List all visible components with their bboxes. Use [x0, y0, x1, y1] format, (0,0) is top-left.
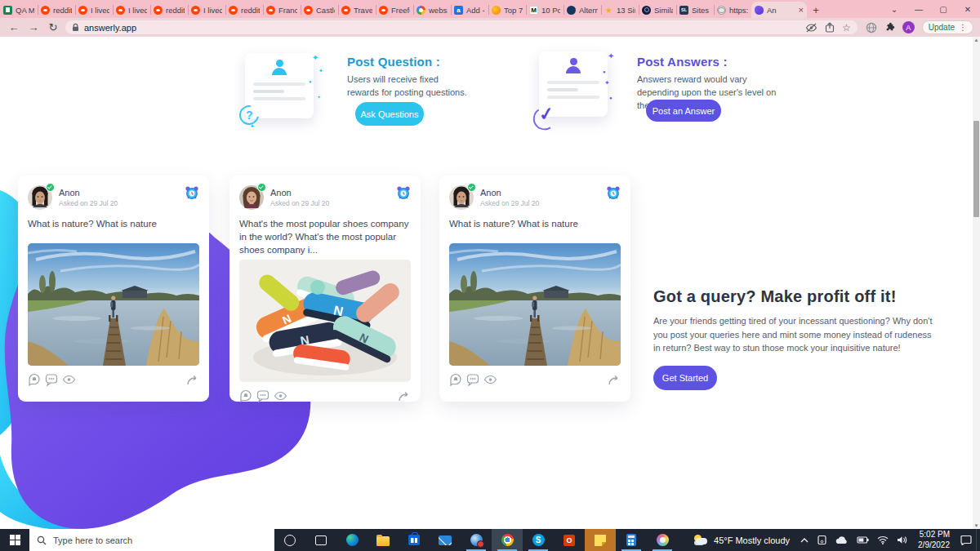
scrollbar-thumb[interactable]: [973, 121, 979, 217]
taskbar-cortana-button[interactable]: [274, 529, 305, 551]
taskbar-edge-button[interactable]: [336, 529, 368, 551]
share-arrow-icon[interactable]: [608, 374, 621, 385]
reddit-favicon-icon: [341, 6, 350, 15]
comment-icon[interactable]: [466, 373, 479, 386]
browser-tab[interactable]: reddit.: [150, 2, 188, 18]
get-started-button[interactable]: Get Started: [653, 366, 717, 390]
comment-icon[interactable]: [256, 389, 270, 402]
share-arrow-icon[interactable]: [186, 374, 199, 385]
taskbar-meet-now-button[interactable]: [461, 529, 492, 551]
page-scrollbar[interactable]: ▲ ▼: [973, 37, 980, 529]
user-avatar-illustration-icon: [565, 58, 581, 74]
taskbar-store-button[interactable]: [399, 529, 430, 551]
browser-tab[interactable]: reddit.: [225, 2, 263, 18]
show-desktop-button[interactable]: [976, 529, 980, 551]
reload-button[interactable]: ↻: [46, 21, 60, 33]
update-button[interactable]: Update⋮: [922, 20, 973, 34]
taskbar-weather-widget[interactable]: 45°F Mostly cloudy: [686, 535, 796, 546]
minimize-button[interactable]: —: [906, 0, 931, 18]
taskbar-file-explorer-button[interactable]: [368, 529, 399, 551]
bookmark-star-icon[interactable]: ☆: [842, 23, 851, 33]
browser-tab[interactable]: Alterna: [564, 2, 601, 18]
browser-tab[interactable]: Add -: [451, 2, 488, 18]
new-tab-button[interactable]: +: [807, 2, 825, 18]
tray-wifi-button[interactable]: [873, 535, 893, 544]
taskbar-chrome-button[interactable]: [492, 529, 523, 551]
browser-tab[interactable]: Travel: [338, 2, 376, 18]
browser-tab[interactable]: 10 Pop: [526, 2, 564, 18]
alarm-clock-icon[interactable]: [185, 185, 199, 200]
browser-tab[interactable]: Simila: [639, 2, 676, 18]
taskbar-paint3d-button[interactable]: [647, 529, 678, 551]
card-question[interactable]: What is nature? What is nature: [449, 217, 621, 240]
ask-questions-button[interactable]: Ask Questions: [355, 102, 424, 126]
browser-tab[interactable]: Castles: [301, 2, 338, 18]
tray-volume-button[interactable]: [893, 535, 911, 544]
forward-button[interactable]: →: [26, 21, 41, 33]
action-center-button[interactable]: [956, 535, 976, 545]
taskbar-skype-button[interactable]: S: [523, 529, 554, 551]
post-an-answer-button[interactable]: Post an Answer: [646, 100, 721, 122]
taskbar-clock[interactable]: 5:02 PM 2/9/2022: [911, 530, 956, 550]
tray-onedrive-button[interactable]: [831, 535, 853, 544]
start-button[interactable]: [0, 529, 29, 551]
answer-bubble-icon[interactable]: [28, 373, 41, 386]
eye-blocked-icon[interactable]: [805, 23, 817, 33]
tray-battery-button[interactable]: [853, 536, 873, 544]
share-icon[interactable]: [825, 22, 835, 33]
url-text[interactable]: answerly.app: [84, 23, 800, 33]
sneakers-pile-photo[interactable]: N N N N: [239, 260, 411, 382]
browser-tab[interactable]: QA Mo: [0, 2, 38, 18]
browser-tab[interactable]: France: [263, 2, 301, 18]
share-arrow-icon[interactable]: [398, 390, 411, 402]
question-card[interactable]: Anon Asked on 29 Jul 20 What is nature? …: [18, 176, 209, 402]
extensions-puzzle-icon[interactable]: [884, 22, 895, 33]
maximize-button[interactable]: ▢: [931, 0, 956, 18]
lake-dock-photo[interactable]: [28, 243, 199, 366]
globe-icon[interactable]: [866, 22, 877, 33]
browser-tab[interactable]: Sites L: [676, 2, 714, 18]
card-question[interactable]: What's the most popular shoes company in…: [239, 217, 411, 256]
browser-tab-active[interactable]: An×: [751, 2, 807, 18]
question-card[interactable]: Anon Asked on 29 Jul 20 What's the most …: [229, 176, 421, 402]
scroll-up-icon[interactable]: ▲: [973, 38, 980, 42]
taskbar-office-button[interactable]: O: [554, 529, 585, 551]
back-button[interactable]: ←: [7, 21, 21, 33]
browser-tab[interactable]: I lived: [113, 2, 150, 18]
tab-close-icon[interactable]: ×: [799, 6, 804, 15]
browser-tab[interactable]: Top 76: [488, 2, 526, 18]
lake-dock-photo[interactable]: [449, 243, 621, 366]
address-bar[interactable]: answerly.app ☆: [65, 20, 858, 34]
card-author: Anon: [59, 188, 118, 198]
views-eye-icon[interactable]: [483, 374, 497, 385]
taskbar-mail-button[interactable]: [430, 529, 461, 551]
browser-tab[interactable]: 13 Sim: [601, 2, 639, 18]
tab-search-chevron-icon[interactable]: ⌄: [882, 0, 906, 18]
taskbar-sticky-notes-button[interactable]: [585, 529, 616, 551]
answer-bubble-icon[interactable]: [449, 373, 462, 386]
browser-tab[interactable]: https:/: [714, 2, 751, 18]
tray-your-phone-button[interactable]: [813, 535, 831, 545]
menu-dots-icon[interactable]: ⋮: [959, 23, 967, 32]
browser-tab[interactable]: Freefo: [376, 2, 413, 18]
question-card[interactable]: Anon Asked on 29 Jul 20 What is nature? …: [439, 176, 630, 402]
tray-chevron-button[interactable]: [796, 537, 813, 544]
browser-tab[interactable]: I lived: [188, 2, 225, 18]
alarm-clock-icon[interactable]: [606, 185, 621, 200]
alarm-clock-icon[interactable]: [396, 185, 411, 200]
views-eye-icon[interactable]: [274, 390, 287, 402]
taskbar-search-input[interactable]: Type here to search: [29, 529, 274, 551]
profile-avatar[interactable]: A: [902, 21, 915, 33]
browser-tab[interactable]: I lived: [75, 2, 113, 18]
browser-tab[interactable]: reddit.: [38, 2, 75, 18]
scroll-down-icon[interactable]: ▼: [973, 523, 980, 528]
views-eye-icon[interactable]: [62, 374, 76, 385]
card-question[interactable]: What is nature? What is nature: [28, 217, 199, 240]
close-button[interactable]: ✕: [956, 0, 980, 18]
browser-tab[interactable]: websit: [413, 2, 451, 18]
device-icon: [817, 535, 827, 545]
taskbar-calculator-button[interactable]: [616, 529, 647, 551]
comment-icon[interactable]: [45, 373, 58, 386]
taskbar-task-view-button[interactable]: [305, 529, 336, 551]
answer-bubble-icon[interactable]: [239, 389, 252, 402]
